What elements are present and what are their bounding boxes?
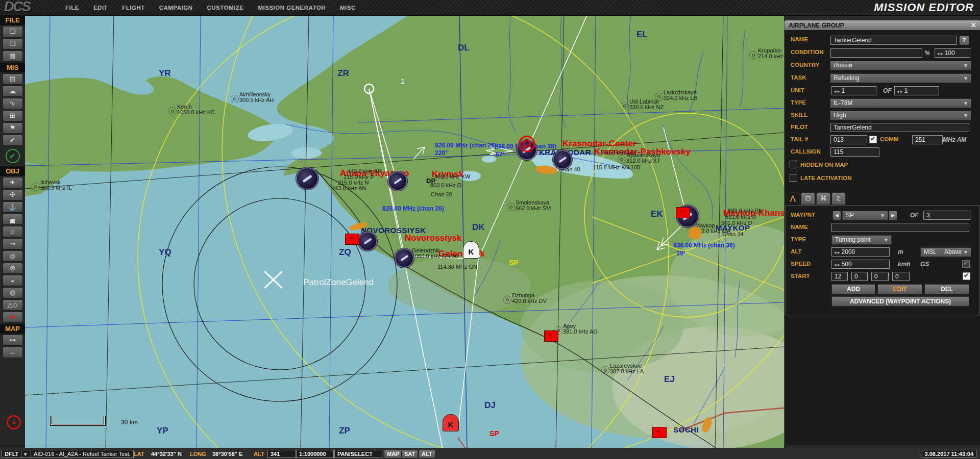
menu-item-misc[interactable]: MISC <box>340 5 356 11</box>
briefing-button[interactable]: ▤ <box>3 73 23 85</box>
alt-layer-button[interactable]: ALT <box>419 450 435 458</box>
hidden-on-map-checkbox[interactable] <box>790 161 797 168</box>
flags-button[interactable]: ⚑ <box>3 122 23 134</box>
help-button[interactable]: ? <box>959 36 969 45</box>
tab-total[interactable]: Σ <box>831 192 846 205</box>
add-ship-button[interactable]: ⚓ <box>3 201 23 213</box>
advanced-waypoint-actions-button[interactable]: ADVANCED (WAYPOINT ACTIONS) <box>831 296 969 307</box>
add-shapes-button[interactable]: △◇ <box>3 299 23 311</box>
waypoint-select[interactable]: SP▼ <box>842 211 888 220</box>
tab-route[interactable]: ⋀ <box>786 192 800 206</box>
altitude-stepper[interactable]: ◂ ▸2000 <box>831 247 890 257</box>
stepper-arrows-icon[interactable]: ◂ ▸ <box>937 51 943 56</box>
goals-button[interactable]: ✔ <box>3 135 23 146</box>
measure-distance-button[interactable]: ↔ <box>3 347 23 358</box>
menu-item-mission-generator[interactable]: MISSION GENERATOR <box>258 5 326 11</box>
airport-icon-gelendzhik[interactable] <box>395 248 414 268</box>
add-bullseye-button[interactable]: ⊗ <box>3 263 23 274</box>
menu-item-customize[interactable]: CUSTOMIZE <box>207 5 243 11</box>
altitude-mode-select[interactable]: MSL Above ▼ <box>920 247 971 257</box>
menu-item-flight[interactable]: FLIGHT <box>122 5 145 11</box>
prev-waypoint-button[interactable]: ◂ <box>832 211 841 220</box>
waypoint-name-input[interactable] <box>831 223 969 232</box>
add-helicopter-button[interactable]: ✣ <box>3 189 23 200</box>
unit-count-stepper[interactable]: ◂ ▸1 <box>831 86 876 95</box>
menu-item-campaign[interactable]: CAMPAIGN <box>159 5 193 11</box>
left-toolbar: FILE❏❒▦MIS▤☁∿⊞⚑✔✔OBJ✈✣⚓▄⌂⊸◎⊗◒◍△◇✖MAP⊶↔ <box>0 15 25 449</box>
add-template-button[interactable]: ◍ <box>3 287 23 298</box>
airport-icon-novorossiysk[interactable] <box>358 232 377 251</box>
add-waypoint-button[interactable]: ADD <box>831 284 875 294</box>
aircraft-type-select[interactable]: IL-78M▼ <box>830 98 971 108</box>
save-mission-button[interactable]: ▦ <box>3 50 23 62</box>
adjust-button[interactable]: ⊞ <box>3 110 23 121</box>
tail-number-input[interactable]: 013 <box>830 135 867 144</box>
red-unit-icon[interactable] <box>345 234 359 245</box>
add-airplane-button[interactable]: ✈ <box>3 177 23 188</box>
weather-button[interactable]: ☁ <box>3 86 23 97</box>
group-start-marker-red-start[interactable]: K <box>443 414 459 431</box>
red-unit-icon[interactable] <box>652 427 667 438</box>
add-static-button[interactable]: ⌂ <box>3 226 23 237</box>
unit-of-stepper[interactable]: ◂ ▸1 <box>894 86 939 95</box>
condition-input[interactable] <box>830 48 922 58</box>
country-select[interactable]: Russia▼ <box>830 61 971 70</box>
airport-icon-krasnodar-pashkovsky[interactable] <box>553 150 572 169</box>
close-icon[interactable]: ✕ <box>970 21 976 29</box>
skill-select[interactable]: High▼ <box>830 111 971 120</box>
delete-object-button[interactable]: ✖ <box>3 312 23 323</box>
next-waypoint-button[interactable]: ▸ <box>889 211 897 220</box>
comm-frequency-input[interactable]: 251 <box>912 135 943 144</box>
group-name-input[interactable]: TankerGelend <box>830 36 957 45</box>
stepper-arrows-icon[interactable]: ◂ ▸ <box>834 250 840 255</box>
map-scale-field[interactable]: 1:1000000 <box>296 450 334 458</box>
stepper-arrows-icon[interactable]: ◂ ▸ <box>834 89 840 94</box>
callsign-input[interactable]: 115 <box>830 147 879 157</box>
group-start-marker-blue-start[interactable]: K <box>463 241 479 259</box>
mission-name-field[interactable]: AID-016 - AI_A2A - Refuel Tanker Test. <box>31 450 134 458</box>
delete-waypoint-button[interactable]: DEL <box>924 284 969 294</box>
airport-icon-anapa[interactable] <box>296 167 318 190</box>
waypoint-type-select[interactable]: Turning point▼ <box>831 235 892 245</box>
start-hours-input[interactable]: 12 <box>831 272 848 281</box>
map-canvas[interactable]: YRZRDLELYQZQDKEKDJEJYPZPNOVOROSSIYSKKRAS… <box>25 15 784 449</box>
add-zone-button[interactable]: ◎ <box>3 250 23 262</box>
stepper-arrows-icon[interactable]: ◂ ▸ <box>897 89 903 94</box>
task-select[interactable]: Refueling▼ <box>830 73 971 83</box>
lat-label: LAT <box>134 451 144 457</box>
map-layer-button[interactable]: MAP <box>384 450 402 458</box>
tab-summary[interactable]: ⊡ <box>801 192 815 205</box>
theme-select[interactable]: DFLT <box>2 450 23 458</box>
probability-stepper[interactable]: ◂ ▸100 <box>935 48 970 58</box>
late-activation-checkbox[interactable] <box>790 174 797 182</box>
open-mission-button[interactable]: ❒ <box>3 38 23 49</box>
start-day-input[interactable]: 0 <box>892 272 910 281</box>
chevron-down-icon: ▼ <box>963 61 968 70</box>
new-mission-button[interactable]: ❏ <box>3 26 23 37</box>
pilot-name-input[interactable]: TankerGelend <box>830 123 969 132</box>
tab-systems[interactable]: ⌘ <box>816 192 830 205</box>
triggers-button[interactable]: ∿ <box>3 98 23 109</box>
ndb-beacon-icon-ust-labinsk <box>621 102 629 110</box>
speed-stepper[interactable]: ◂ ▸500 <box>831 260 890 269</box>
red-unit-icon[interactable] <box>676 207 690 218</box>
menu-item-file[interactable]: FILE <box>65 5 79 11</box>
comm-checkbox[interactable] <box>869 136 877 143</box>
ndb-beacon-icon-smolenskaya <box>507 203 515 211</box>
sat-layer-button[interactable]: SAT <box>401 450 418 458</box>
mouse-mode-field[interactable]: PAN/SELECT <box>334 450 382 458</box>
red-unit-icon[interactable] <box>544 330 558 342</box>
edit-waypoint-button[interactable]: EDIT <box>877 284 922 294</box>
panel-header[interactable]: AIRPLANE GROUP ✕ <box>785 20 980 30</box>
airport-icon-krymsk[interactable] <box>388 171 407 191</box>
stepper-arrows-icon[interactable]: ◂ ▸ <box>834 262 840 267</box>
start-minutes-input[interactable]: 0 <box>851 272 868 281</box>
record-indicator-icon[interactable]: ▲ <box>7 415 21 429</box>
menu-item-edit[interactable]: EDIT <box>93 5 108 11</box>
add-vehicle-button[interactable]: ▄ <box>3 214 23 225</box>
add-farp-button[interactable]: ◒ <box>3 275 23 286</box>
map-options-button[interactable]: ⊶ <box>3 335 23 346</box>
start-seconds-input[interactable]: 0 <box>871 272 889 281</box>
route-tool-button[interactable]: ⊸ <box>3 238 23 249</box>
start-time-checkbox[interactable] <box>963 272 970 280</box>
